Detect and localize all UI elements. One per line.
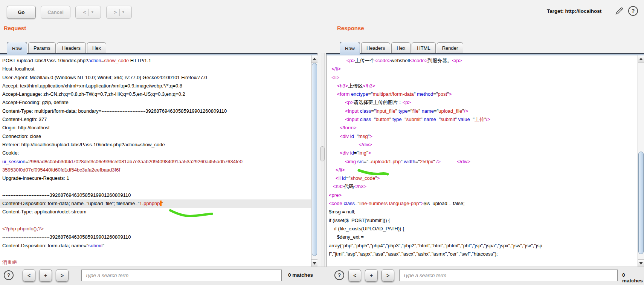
panel-divider[interactable]	[317, 53, 326, 267]
editor-line: </li>	[327, 65, 644, 73]
scroll-down-button[interactable]	[311, 259, 317, 267]
edit-target-icon[interactable]	[615, 6, 624, 15]
editor-line: <h3>代码</h3>	[327, 182, 644, 191]
editor-line: 359530f0d07cf095440fd60fd1df54bc3afa2eef…	[0, 166, 317, 174]
editor-line: Connection: close	[0, 132, 317, 141]
tab-params[interactable]: Params	[28, 42, 56, 53]
editor-line: <code class="line-numbers language-php">…	[327, 199, 644, 208]
search-add-button[interactable]: +	[39, 269, 52, 282]
editor-line: <li id="show_code">	[327, 174, 644, 182]
response-match-count: 0 matches	[622, 272, 644, 283]
triangle-up-icon	[639, 58, 643, 60]
editor-line: ui_session=2986ad8c0a5b3df4d7028d5f3c06e…	[0, 158, 317, 166]
search-help-icon[interactable]: ?	[4, 270, 14, 280]
editor-line: 消婁絶	[0, 258, 317, 267]
editor-line: <p>上传一个<code>webshell</code>到服务器。</p>	[327, 57, 644, 65]
editor-line: Host: localhost	[0, 65, 317, 73]
tab-render[interactable]: Render	[437, 42, 464, 53]
editor-line: <h3>上传区</h3>	[327, 82, 644, 90]
scroll-thumb[interactable]	[312, 63, 317, 256]
response-tabs: RawHeadersHexHTMLRender	[340, 41, 464, 53]
editor-line: </div>	[327, 141, 644, 149]
back-button[interactable]: < ▾	[75, 6, 101, 19]
editor-line: Origin: http://localhost	[0, 124, 317, 132]
tab-hex[interactable]: Hex	[391, 42, 411, 53]
response-search-input[interactable]	[399, 270, 618, 281]
tab-headers[interactable]: Headers	[57, 42, 86, 53]
editor-line: <div id="msg">	[327, 132, 644, 141]
editor-line: <input class="input_file" type="file" na…	[327, 107, 644, 115]
button-divider	[89, 9, 89, 16]
scroll-up-button[interactable]	[638, 55, 644, 63]
editor-line: Accept-Encoding: gzip, deflate	[0, 98, 317, 107]
editor-line: Cookie:	[0, 149, 317, 157]
editor-line: <?php phpinfo();?>	[0, 225, 317, 233]
search-help-icon[interactable]: ?	[334, 270, 344, 280]
tab-raw[interactable]: Raw	[340, 42, 360, 55]
editor-line: $msg = null;	[327, 208, 644, 216]
editor-line: -----------------------------39268769463…	[0, 233, 317, 241]
editor-line: Content-Length: 377	[0, 115, 317, 124]
triangle-up-icon	[313, 58, 316, 60]
button-divider	[119, 9, 120, 16]
editor-line: <img src="../upload/1.php" width="250px"…	[327, 158, 644, 166]
tab-raw[interactable]: Raw	[7, 42, 27, 55]
editor-line: </form>	[327, 124, 644, 132]
response-panel-title: Response	[337, 25, 364, 31]
forward-button[interactable]: > ▾	[106, 6, 132, 19]
editor-line: Upgrade-Insecure-Requests: 1	[0, 174, 317, 182]
cancel-button[interactable]: Cancel	[41, 6, 70, 19]
search-prev-button[interactable]: <	[23, 269, 35, 282]
editor-line	[0, 216, 317, 225]
editor-line: Content-Disposition: form-data; name="up…	[0, 199, 317, 208]
scroll-down-button[interactable]	[638, 259, 644, 267]
search-add-button[interactable]: +	[365, 269, 378, 282]
search-next-button[interactable]: >	[382, 269, 394, 282]
editor-line: f","jtml","asp","aspx","asa","asax","asc…	[327, 250, 644, 258]
editor-line	[0, 250, 317, 258]
divider-grip[interactable]	[320, 146, 325, 161]
request-search-input[interactable]	[81, 270, 282, 281]
editor-line: <div id="img">	[327, 149, 644, 157]
editor-line: <pre>	[327, 191, 644, 199]
go-button[interactable]: Go	[7, 6, 36, 19]
editor-line: -----------------------------39268769463…	[0, 191, 317, 199]
triangle-down-icon	[313, 262, 316, 265]
search-prev-button[interactable]: <	[348, 269, 361, 282]
editor-line: POST /upload-labs/Pass-10/index.php?acti…	[0, 57, 317, 65]
editor-line: <li>	[327, 74, 644, 82]
editor-line: <input class="button" type="submit" name…	[327, 115, 644, 124]
request-panel-title: Request	[4, 25, 26, 31]
request-editor[interactable]: POST /upload-labs/Pass-10/index.php?acti…	[0, 53, 317, 267]
scroll-thumb[interactable]	[638, 152, 644, 254]
help-icon[interactable]: ?	[628, 6, 638, 16]
back-arrow-glyph: <	[83, 9, 86, 15]
editor-line: <form enctype="multipart/form-data" meth…	[327, 90, 644, 98]
burp-repeater-window: Go Cancel < ▾ > ▾ Target: http://localho…	[0, 0, 644, 285]
chevron-down-icon: ▾	[122, 11, 124, 14]
request-scrollbar[interactable]	[311, 55, 317, 267]
triangle-down-icon	[639, 262, 643, 265]
editor-line: <p>请选择要上传的图片：<p>	[327, 98, 644, 107]
editor-line: Accept-Language: zh-CN,zh;q=0.8,zh-TW;q=…	[0, 90, 317, 98]
editor-line: User-Agent: Mozilla/5.0 (Windows NT 10.0…	[0, 74, 317, 82]
editor-line: array("php","php5","php4","php3","php2",…	[327, 242, 644, 250]
editor-line: if (isset($_POST['submit'])) {	[327, 216, 644, 225]
search-next-button[interactable]: >	[56, 269, 69, 282]
search-toolbar: ? < + > 0 matches ? < + > 0 matches	[0, 267, 644, 285]
editor-line: </li>	[327, 166, 644, 174]
editor-line: Referer: http://localhost/upload-labs/Pa…	[0, 141, 317, 149]
response-editor[interactable]: <p>上传一个<code>webshell</code>到服务器。</p> </…	[326, 53, 644, 267]
scroll-up-button[interactable]	[311, 55, 317, 63]
tab-html[interactable]: HTML	[412, 42, 435, 53]
response-scrollbar[interactable]	[638, 55, 644, 267]
editor-line: Content-Disposition: form-data; name="su…	[0, 242, 317, 250]
editor-line	[0, 182, 317, 191]
editor-line: Accept: text/html,application/xhtml+xml,…	[0, 82, 317, 90]
editor-line: if (file_exists(UPLOAD_PATH)) {	[327, 225, 644, 233]
chevron-down-icon: ▾	[92, 11, 93, 14]
editor-line: Content-Type: application/octet-stream	[0, 208, 317, 216]
tab-hex[interactable]: Hex	[87, 42, 106, 53]
tab-headers[interactable]: Headers	[361, 42, 390, 53]
forward-arrow-glyph: >	[114, 9, 117, 15]
